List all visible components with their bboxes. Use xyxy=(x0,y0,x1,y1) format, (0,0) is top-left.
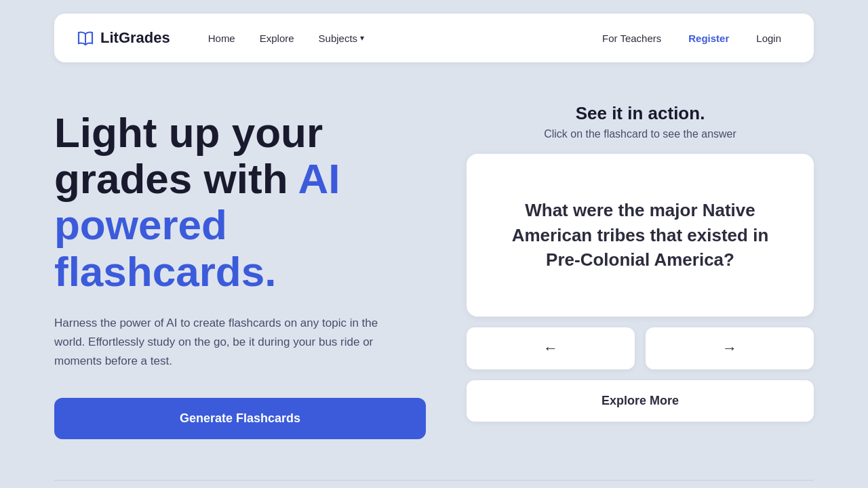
explore-more-button[interactable]: Explore More xyxy=(467,380,814,422)
arrow-left-icon: ← xyxy=(543,340,558,357)
arrow-right-icon: → xyxy=(722,340,737,357)
logo[interactable]: LitGrades xyxy=(76,29,170,47)
nav-explore[interactable]: Explore xyxy=(249,27,305,49)
hero-title: Light up your grades with AI powered fla… xyxy=(54,110,426,295)
hero-title-part1: Light up your grades with xyxy=(54,109,323,202)
chevron-down-icon: ▾ xyxy=(360,33,364,43)
demo-subtitle: Click on the flashcard to see the answer xyxy=(467,128,814,140)
flashcard-next-button[interactable]: → xyxy=(646,327,814,369)
flashcard-question: What were the major Native American trib… xyxy=(494,198,787,272)
demo-title: See it in action. xyxy=(467,103,814,124)
logo-text: LitGrades xyxy=(100,29,170,47)
demo-section: See it in action. Click on the flashcard… xyxy=(467,103,814,422)
flashcard[interactable]: What were the major Native American trib… xyxy=(467,154,814,317)
nav-for-teachers[interactable]: For Teachers xyxy=(591,27,672,49)
logo-icon xyxy=(76,30,95,46)
nav-login[interactable]: Login xyxy=(745,27,792,49)
nav-register[interactable]: Register xyxy=(677,27,740,49)
nav-links: Home Explore Subjects ▾ xyxy=(197,27,591,49)
bottom-divider xyxy=(54,480,814,481)
flashcard-navigation: ← → xyxy=(467,327,814,369)
nav-right: For Teachers Register Login xyxy=(591,27,792,49)
hero-section: Light up your grades with AI powered fla… xyxy=(54,103,426,439)
navbar: LitGrades Home Explore Subjects ▾ For Te… xyxy=(54,14,814,62)
nav-home[interactable]: Home xyxy=(197,27,246,49)
generate-flashcards-button[interactable]: Generate Flashcards xyxy=(54,398,426,439)
flashcard-prev-button[interactable]: ← xyxy=(467,327,635,369)
nav-subjects[interactable]: Subjects ▾ xyxy=(308,27,376,49)
main-content: Light up your grades with AI powered fla… xyxy=(0,76,868,466)
hero-description: Harness the power of AI to create flashc… xyxy=(54,314,407,371)
